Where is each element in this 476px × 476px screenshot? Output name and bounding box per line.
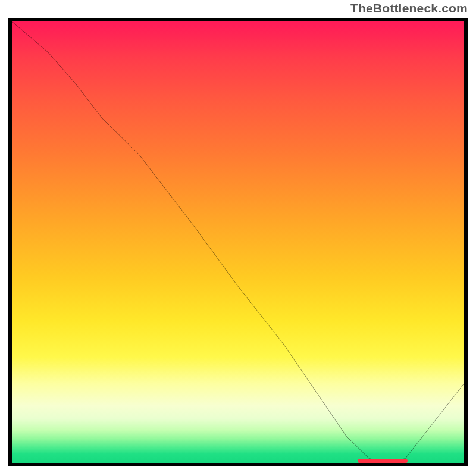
chart-svg	[12, 21, 464, 463]
optimum-marker	[358, 459, 408, 463]
curve-line	[12, 21, 464, 463]
attribution-text: TheBottleneck.com	[350, 1, 468, 15]
chart-frame	[8, 18, 468, 466]
plot-area	[12, 21, 464, 463]
